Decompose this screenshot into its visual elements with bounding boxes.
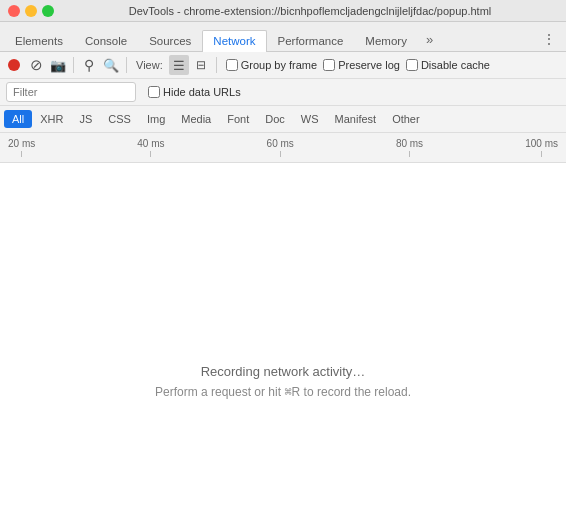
hide-data-urls-text: Hide data URLs bbox=[163, 86, 241, 98]
filter-input[interactable] bbox=[6, 82, 136, 102]
toolbar-separator-1 bbox=[73, 57, 74, 73]
tick-40ms-line bbox=[150, 151, 151, 157]
type-filter-tabs: All XHR JS CSS Img Media Font Doc WS Man… bbox=[0, 106, 566, 133]
tick-20ms-line bbox=[21, 151, 22, 157]
type-tab-doc[interactable]: Doc bbox=[257, 110, 293, 128]
search-icon: 🔍 bbox=[103, 58, 119, 73]
tab-elements[interactable]: Elements bbox=[4, 30, 74, 52]
tab-sources[interactable]: Sources bbox=[138, 30, 202, 52]
recording-line2-before: Perform a request or hit bbox=[155, 385, 284, 399]
hide-data-urls-checkbox[interactable] bbox=[148, 86, 160, 98]
tick-100ms-label: 100 ms bbox=[525, 138, 558, 149]
disable-cache-checkbox[interactable] bbox=[406, 59, 418, 71]
recording-message: Recording network activity… Perform a re… bbox=[155, 364, 411, 399]
stop-recording-button[interactable]: ⊘ bbox=[26, 55, 46, 75]
preserve-log-label[interactable]: Preserve log bbox=[323, 59, 400, 71]
group-by-frame-text: Group by frame bbox=[241, 59, 317, 71]
type-tab-ws[interactable]: WS bbox=[293, 110, 327, 128]
disable-cache-text: Disable cache bbox=[421, 59, 490, 71]
list-view-icon: ☰ bbox=[173, 58, 185, 73]
tick-80ms: 80 ms bbox=[396, 138, 423, 157]
toolbar-separator-3 bbox=[216, 57, 217, 73]
group-by-frame-label[interactable]: Group by frame bbox=[226, 59, 317, 71]
tick-100ms-line bbox=[541, 151, 542, 157]
devtools-menu-button[interactable]: ⋮ bbox=[536, 27, 562, 51]
tab-console[interactable]: Console bbox=[74, 30, 138, 52]
tab-performance[interactable]: Performance bbox=[267, 30, 355, 52]
toolbar-separator-2 bbox=[126, 57, 127, 73]
preserve-log-checkbox[interactable] bbox=[323, 59, 335, 71]
record-button[interactable] bbox=[4, 55, 24, 75]
disable-cache-label[interactable]: Disable cache bbox=[406, 59, 490, 71]
camera-icon: 📷 bbox=[50, 58, 66, 73]
type-tab-xhr[interactable]: XHR bbox=[32, 110, 71, 128]
close-button[interactable] bbox=[8, 5, 20, 17]
view-label: View: bbox=[136, 59, 163, 71]
cmd-symbol: ⌘ bbox=[284, 385, 291, 399]
recording-line2-after: to record the reload. bbox=[300, 385, 411, 399]
timeline-ticks: 20 ms 40 ms 60 ms 80 ms 100 ms bbox=[8, 138, 558, 157]
tab-memory[interactable]: Memory bbox=[354, 30, 418, 52]
filter-icon: ⚲ bbox=[84, 57, 94, 73]
stop-icon: ⊘ bbox=[30, 56, 43, 74]
record-icon bbox=[8, 59, 20, 71]
recording-line1: Recording network activity… bbox=[155, 364, 411, 379]
toolbar-row1: ⊘ 📷 ⚲ 🔍 View: ☰ ⊟ Group by frame Preserv… bbox=[0, 52, 566, 79]
list-view-button[interactable]: ☰ bbox=[169, 55, 189, 75]
type-tab-js[interactable]: JS bbox=[71, 110, 100, 128]
tick-60ms-line bbox=[280, 151, 281, 157]
tick-60ms-label: 60 ms bbox=[267, 138, 294, 149]
recording-key: R bbox=[292, 385, 301, 399]
tick-20ms: 20 ms bbox=[8, 138, 35, 157]
type-tab-media[interactable]: Media bbox=[173, 110, 219, 128]
hide-data-urls-label[interactable]: Hide data URLs bbox=[148, 86, 241, 98]
window-controls bbox=[8, 5, 54, 17]
tab-network[interactable]: Network bbox=[202, 30, 266, 52]
type-tab-all[interactable]: All bbox=[4, 110, 32, 128]
waterfall-view-button[interactable]: ⊟ bbox=[191, 55, 211, 75]
type-tab-other[interactable]: Other bbox=[384, 110, 428, 128]
tick-60ms: 60 ms bbox=[267, 138, 294, 157]
window-title: DevTools - chrome-extension://bicnhpofle… bbox=[62, 5, 558, 17]
tick-40ms: 40 ms bbox=[137, 138, 164, 157]
group-by-frame-checkbox[interactable] bbox=[226, 59, 238, 71]
filter-bar: Hide data URLs bbox=[0, 79, 566, 106]
search-button[interactable]: 🔍 bbox=[101, 55, 121, 75]
waterfall-view-icon: ⊟ bbox=[196, 58, 206, 72]
tick-80ms-line bbox=[409, 151, 410, 157]
type-tab-css[interactable]: CSS bbox=[100, 110, 139, 128]
title-bar: DevTools - chrome-extension://bicnhpofle… bbox=[0, 0, 566, 22]
main-content: Recording network activity… Perform a re… bbox=[0, 163, 566, 520]
capture-screenshot-button[interactable]: 📷 bbox=[48, 55, 68, 75]
type-tab-font[interactable]: Font bbox=[219, 110, 257, 128]
preserve-log-text: Preserve log bbox=[338, 59, 400, 71]
more-tabs-button[interactable]: » bbox=[420, 28, 439, 51]
tick-20ms-label: 20 ms bbox=[8, 138, 35, 149]
minimize-button[interactable] bbox=[25, 5, 37, 17]
tick-80ms-label: 80 ms bbox=[396, 138, 423, 149]
tick-100ms: 100 ms bbox=[525, 138, 558, 157]
recording-line2: Perform a request or hit ⌘R to record th… bbox=[155, 385, 411, 399]
filter-button[interactable]: ⚲ bbox=[79, 55, 99, 75]
timeline-header: 20 ms 40 ms 60 ms 80 ms 100 ms bbox=[0, 133, 566, 163]
type-tab-img[interactable]: Img bbox=[139, 110, 173, 128]
tick-40ms-label: 40 ms bbox=[137, 138, 164, 149]
nav-tabs: Elements Console Sources Network Perform… bbox=[0, 22, 566, 52]
maximize-button[interactable] bbox=[42, 5, 54, 17]
type-tab-manifest[interactable]: Manifest bbox=[327, 110, 385, 128]
